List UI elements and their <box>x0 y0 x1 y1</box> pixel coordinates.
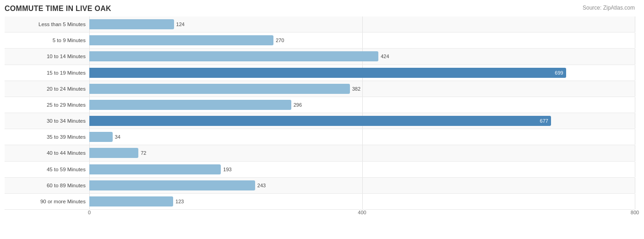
bar-fill <box>89 148 138 158</box>
bar-value: 699 <box>555 70 563 76</box>
bar-row: 45 to 59 Minutes193 <box>5 162 635 178</box>
bar-fill: 677 <box>89 116 551 126</box>
bar-track: 123 <box>89 195 635 208</box>
bar-fill <box>89 51 378 61</box>
bar-row: 25 to 29 Minutes296 <box>5 97 635 113</box>
bar-label: 30 to 34 Minutes <box>5 118 89 124</box>
bar-value: 296 <box>294 102 302 108</box>
x-axis-tick: 400 <box>358 210 366 215</box>
bar-track: 193 <box>89 163 635 176</box>
source-label: Source: ZipAtlas.com <box>583 5 635 11</box>
bar-label: 5 to 9 Minutes <box>5 38 89 43</box>
chart-title: COMMUTE TIME IN LIVE OAK <box>5 5 635 13</box>
bar-row: 90 or more Minutes123 <box>5 194 635 210</box>
bar-value: 123 <box>175 199 184 204</box>
bar-row: 30 to 34 Minutes677 <box>5 113 635 129</box>
bar-track: 34 <box>89 130 635 144</box>
bar-value: 193 <box>223 167 231 172</box>
bar-track: 382 <box>89 82 635 96</box>
bar-track: 72 <box>89 146 635 160</box>
bar-label: 25 to 29 Minutes <box>5 102 89 108</box>
bar-row: 60 to 89 Minutes243 <box>5 178 635 194</box>
bar-track: 424 <box>89 49 635 63</box>
bar-fill <box>89 132 113 142</box>
bar-value: 424 <box>381 54 389 59</box>
bar-row: 20 to 24 Minutes382 <box>5 81 635 97</box>
bar-label: 20 to 24 Minutes <box>5 86 89 92</box>
x-axis-tick: 800 <box>631 210 639 215</box>
bar-label: 15 to 19 Minutes <box>5 70 89 76</box>
bar-label: 90 or more Minutes <box>5 199 89 204</box>
bar-fill <box>89 180 255 190</box>
bar-track: 677 <box>89 114 635 128</box>
bar-fill <box>89 100 291 110</box>
bar-value: 270 <box>276 38 284 43</box>
bar-value: 677 <box>540 118 548 124</box>
bar-label: 40 to 44 Minutes <box>5 150 89 156</box>
bar-value: 243 <box>257 183 266 188</box>
x-axis-tick: 0 <box>88 210 91 215</box>
bar-value: 382 <box>352 86 360 92</box>
bar-track: 699 <box>89 66 635 80</box>
bar-value: 72 <box>141 150 146 156</box>
bar-row: Less than 5 Minutes124 <box>5 16 635 33</box>
bar-fill <box>89 196 173 206</box>
bar-track: 243 <box>89 179 635 192</box>
bar-row: 10 to 14 Minutes424 <box>5 49 635 65</box>
bar-fill <box>89 35 273 45</box>
chart-container: COMMUTE TIME IN LIVE OAK Source: ZipAtla… <box>0 0 644 239</box>
bar-row: 40 to 44 Minutes72 <box>5 145 635 161</box>
bar-value: 124 <box>176 22 185 27</box>
bar-label: 45 to 59 Minutes <box>5 167 89 172</box>
bar-row: 15 to 19 Minutes699 <box>5 65 635 81</box>
bar-label: 10 to 14 Minutes <box>5 54 89 59</box>
chart-area: Less than 5 Minutes1245 to 9 Minutes2701… <box>5 16 635 210</box>
bar-value: 34 <box>115 134 120 140</box>
bar-row: 5 to 9 Minutes270 <box>5 33 635 49</box>
bar-track: 296 <box>89 98 635 112</box>
bar-track: 124 <box>89 17 635 31</box>
bar-track: 270 <box>89 33 635 47</box>
x-axis: 0400800 <box>89 210 635 219</box>
bar-fill <box>89 19 174 29</box>
bar-label: Less than 5 Minutes <box>5 22 89 27</box>
bar-row: 35 to 39 Minutes34 <box>5 129 635 145</box>
bar-fill <box>89 84 350 94</box>
bar-fill: 699 <box>89 68 566 78</box>
bar-label: 35 to 39 Minutes <box>5 134 89 140</box>
bar-label: 60 to 89 Minutes <box>5 183 89 188</box>
bar-fill <box>89 164 221 174</box>
